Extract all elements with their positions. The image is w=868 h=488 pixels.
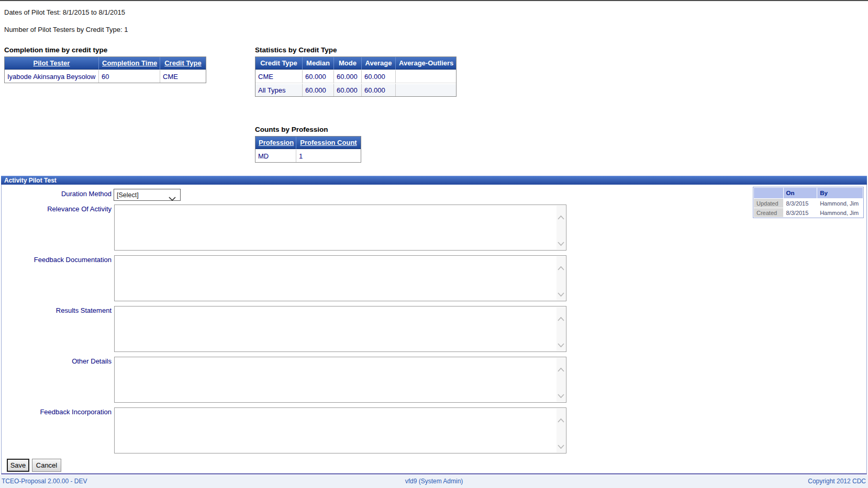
cancel-button[interactable]: Cancel <box>32 459 61 472</box>
cell-completion-time: 60 <box>99 70 160 83</box>
table-row: MD 1 <box>255 149 361 162</box>
selected-value: [Select] <box>117 191 139 199</box>
column-header-completion-time[interactable]: Completion Time <box>99 57 160 70</box>
cell-mode: 60.000 <box>334 83 362 96</box>
column-header-credit-type: Credit Type <box>255 57 303 70</box>
scroll-down-icon[interactable] <box>558 441 564 446</box>
profession-table-title: Counts by Profession <box>255 126 328 133</box>
activity-pilot-test-panel: Activity Pilot Test Duration Method [Sel… <box>1 176 867 474</box>
cell-median: 60.000 <box>303 83 334 96</box>
scroll-up-icon[interactable] <box>558 212 564 217</box>
column-header-median: Median <box>303 57 334 70</box>
other-details-textarea[interactable] <box>114 357 566 403</box>
table-row: CME 60.000 60.000 60.000 <box>255 70 456 83</box>
statistics-table-title: Statistics by Credit Type <box>255 46 337 54</box>
panel-title: Activity Pilot Test <box>4 177 57 184</box>
table-row: Iyabode Akinsanya Beysolow 60 CME <box>5 70 206 83</box>
audit-created-label: Created <box>754 208 783 217</box>
feedback-incorporation-label: Feedback Incorporation <box>2 408 112 416</box>
scroll-down-icon[interactable] <box>558 239 564 243</box>
results-statement-label: Results Statement <box>2 307 112 314</box>
duration-method-label: Duration Method <box>2 190 112 198</box>
cell-profession: MD <box>255 149 296 162</box>
cell-credit-type: CME <box>255 70 303 83</box>
feedback-documentation-label: Feedback Documentation <box>2 256 112 264</box>
audit-created-by: Hammond, Jim <box>817 208 863 217</box>
scroll-up-icon[interactable] <box>558 314 564 318</box>
scrollbar[interactable] <box>557 206 565 249</box>
audit-history-table: On By Updated 8/3/2015 Hammond, Jim Crea… <box>753 187 864 218</box>
column-header-profession[interactable]: Profession <box>255 137 296 149</box>
column-header-mode: Mode <box>334 57 362 70</box>
feedback-documentation-textarea[interactable] <box>114 255 566 301</box>
audit-updated-label: Updated <box>754 199 783 208</box>
scroll-down-icon[interactable] <box>558 391 564 395</box>
audit-updated-date: 8/3/2015 <box>784 199 817 208</box>
relevance-of-activity-label: Relevance Of Activity <box>2 206 112 213</box>
relevance-of-activity-textarea[interactable] <box>114 205 566 251</box>
footer-user-info: vfd9 (System Admin) <box>0 478 868 485</box>
cell-average: 60.000 <box>362 83 396 96</box>
table-row: All Types 60.000 60.000 60.000 <box>255 83 456 96</box>
scrollbar[interactable] <box>557 358 565 402</box>
column-header-average: Average <box>362 57 396 70</box>
cell-mode: 60.000 <box>334 70 362 83</box>
table-row: Created 8/3/2015 Hammond, Jim <box>754 208 863 217</box>
completion-table-title: Completion time by credit type <box>4 46 107 54</box>
top-divider <box>0 0 868 1</box>
audit-updated-by: Hammond, Jim <box>817 199 863 208</box>
cell-average-outliers <box>396 70 456 83</box>
audit-created-date: 8/3/2015 <box>784 208 817 217</box>
pilot-testers-count-text: Number of Pilot Testers by Credit Type: … <box>4 26 128 33</box>
scroll-up-icon[interactable] <box>558 263 564 267</box>
cell-profession-count: 1 <box>296 149 361 162</box>
chevron-down-icon <box>169 194 176 203</box>
counts-by-profession-table: Profession Profession Count MD 1 <box>255 136 361 163</box>
column-header-pilot-tester[interactable]: Pilot Tester <box>5 57 99 70</box>
save-button[interactable]: Save <box>7 459 29 472</box>
cell-pilot-tester: Iyabode Akinsanya Beysolow <box>5 70 99 83</box>
column-header-average-outliers: Average-Outliers <box>396 57 456 70</box>
footer-bar: TCEO-Proposal 2.00.00 - DEV vfd9 (System… <box>0 475 868 488</box>
column-header-credit-type[interactable]: Credit Type <box>160 57 206 70</box>
table-row: Updated 8/3/2015 Hammond, Jim <box>754 199 863 208</box>
cell-average: 60.000 <box>362 70 396 83</box>
cell-median: 60.000 <box>303 70 334 83</box>
page: Dates of Pilot Test: 8/1/2015 to 8/1/201… <box>0 0 868 488</box>
statistics-by-credit-type-table: Credit Type Median Mode Average Average-… <box>255 56 457 97</box>
audit-header-by: By <box>817 188 863 198</box>
cell-credit-type: All Types <box>255 83 303 96</box>
results-statement-textarea[interactable] <box>114 306 566 352</box>
audit-header-on: On <box>784 188 817 198</box>
other-details-label: Other Details <box>2 358 112 365</box>
scrollbar[interactable] <box>557 256 565 300</box>
scroll-down-icon[interactable] <box>558 289 564 293</box>
cell-credit-type: CME <box>160 70 206 83</box>
audit-header-empty <box>754 188 783 198</box>
scroll-up-icon[interactable] <box>558 415 564 419</box>
feedback-incorporation-textarea[interactable] <box>114 407 566 453</box>
scrollbar[interactable] <box>557 408 565 452</box>
scroll-down-icon[interactable] <box>558 340 564 344</box>
footer-copyright: Copyright 2012 CDC <box>808 478 866 485</box>
scroll-up-icon[interactable] <box>558 365 564 369</box>
completion-time-table: Pilot Tester Completion Time Credit Type… <box>4 56 206 83</box>
cell-average-outliers <box>396 83 456 96</box>
duration-method-select[interactable]: [Select] <box>114 189 181 201</box>
pilot-test-dates-text: Dates of Pilot Test: 8/1/2015 to 8/1/201… <box>4 8 125 16</box>
panel-title-bar: Activity Pilot Test <box>1 176 867 185</box>
column-header-profession-count[interactable]: Profession Count <box>296 137 361 149</box>
scrollbar[interactable] <box>557 307 565 351</box>
